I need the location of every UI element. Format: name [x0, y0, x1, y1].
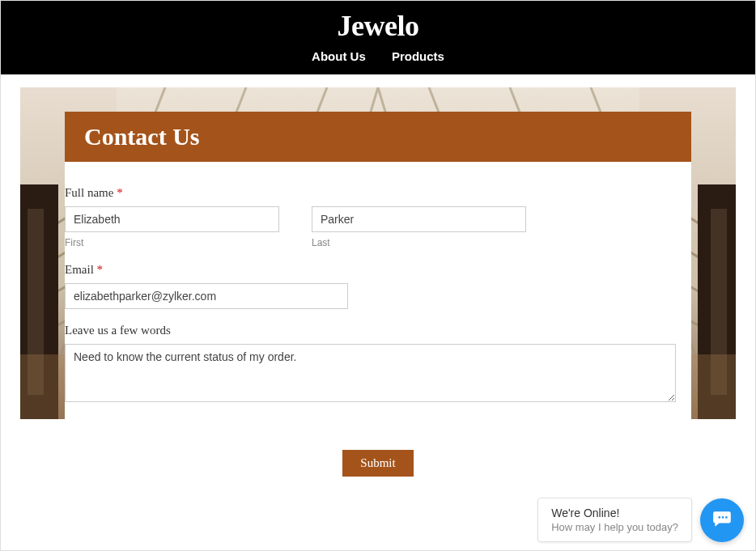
message-label: Leave us a few words	[65, 324, 691, 337]
first-name-input[interactable]	[65, 206, 279, 232]
email-label-text: Email	[65, 263, 94, 276]
nav-about-us[interactable]: About Us	[312, 49, 366, 63]
chat-widget: We're Online! How may I help you today?	[537, 498, 744, 542]
email-label: Email *	[65, 263, 691, 277]
hero-section: Contact Us Full name * First Last Email …	[1, 74, 755, 500]
email-input[interactable]	[65, 283, 348, 309]
svg-point-12	[725, 516, 728, 519]
required-mark: *	[97, 263, 104, 276]
chat-icon	[711, 508, 733, 532]
first-sublabel: First	[65, 237, 279, 248]
chat-subtitle: How may I help you today?	[551, 521, 678, 533]
last-name-input[interactable]	[312, 206, 526, 232]
brand-title: Jewelo	[1, 9, 755, 43]
svg-point-10	[718, 516, 720, 519]
contact-form-card: Contact Us Full name * First Last Email …	[65, 112, 691, 500]
message-textarea[interactable]	[65, 344, 676, 402]
chat-title: We're Online!	[551, 506, 678, 519]
nav-products[interactable]: Products	[392, 49, 444, 63]
required-mark: *	[117, 186, 123, 199]
site-header: Jewelo About Us Products	[1, 1, 755, 74]
form-title: Contact Us	[65, 112, 691, 162]
chat-popup[interactable]: We're Online! How may I help you today?	[537, 498, 692, 542]
last-sublabel: Last	[312, 237, 526, 248]
chat-launcher-button[interactable]	[700, 498, 744, 542]
main-nav: About Us Products	[1, 49, 755, 63]
svg-point-11	[722, 516, 724, 519]
form-body: Full name * First Last Email * L	[65, 162, 691, 477]
fullname-label-text: Full name	[65, 186, 113, 199]
submit-button[interactable]: Submit	[342, 450, 413, 477]
fullname-label: Full name *	[65, 186, 691, 200]
